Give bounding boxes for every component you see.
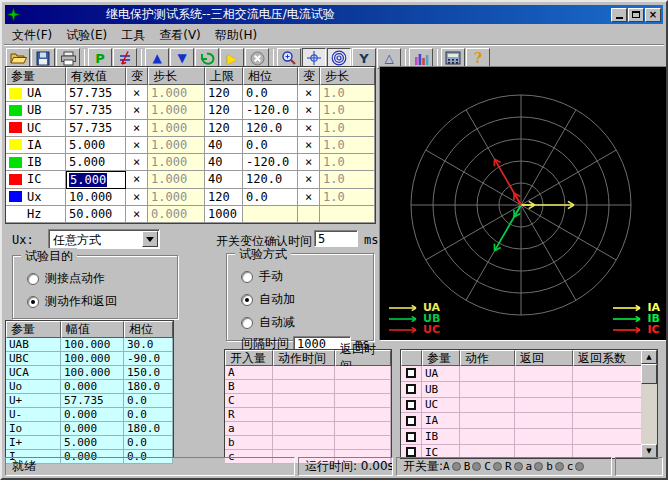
scroll-thumb[interactable]: [641, 364, 657, 384]
cell-Hz-value[interactable]: 50.000: [66, 206, 126, 223]
cell-IA-value[interactable]: 5.000: [66, 137, 126, 154]
cell-Ux-limit[interactable]: 120: [205, 189, 243, 206]
derived-param-Io: Io: [6, 422, 61, 436]
cell-IA-phase[interactable]: 0.0: [243, 137, 298, 154]
checkbox-IC[interactable]: [406, 447, 416, 457]
ux-mode-select[interactable]: 任意方式: [48, 229, 160, 249]
cell-UC-vary2[interactable]: ×: [298, 120, 320, 137]
cell-UA-vary2[interactable]: ×: [298, 85, 320, 102]
minimize-button[interactable]: [611, 8, 627, 22]
maximize-button[interactable]: [628, 8, 644, 22]
menu-item-test[interactable]: 试验(E): [60, 26, 115, 43]
ux-dropdown-button[interactable]: [142, 231, 158, 247]
test-purpose-option-action-and-return[interactable]: 测动作和返回: [27, 293, 177, 310]
param-cell-Hz: Hz: [6, 206, 66, 223]
result-checkbox-cell-IB[interactable]: [401, 429, 422, 445]
scroll-down-button[interactable]: ▼: [641, 444, 657, 458]
cell-Hz-vary1[interactable]: ×: [126, 206, 148, 223]
scroll-up-button[interactable]: ▲: [641, 350, 657, 364]
result-checkbox-cell-UC[interactable]: [401, 398, 422, 414]
cell-Hz-phase[interactable]: [243, 206, 298, 223]
checkbox-IA[interactable]: [406, 416, 416, 426]
close-button[interactable]: ×: [645, 8, 661, 22]
radio-manual[interactable]: [241, 271, 253, 283]
checkbox-UB[interactable]: [406, 384, 416, 394]
cell-Ux-phase[interactable]: 0.0: [243, 189, 298, 206]
menu-item-view[interactable]: 查看(V): [153, 26, 209, 43]
cell-IA-limit[interactable]: 40: [205, 137, 243, 154]
cell-UA-step1[interactable]: 1.000: [148, 85, 205, 102]
cell-UC-vary1[interactable]: ×: [126, 120, 148, 137]
result-param-UB: UB: [422, 382, 460, 398]
cell-UB-value[interactable]: 57.735: [66, 102, 126, 119]
cell-IB-vary2[interactable]: ×: [298, 154, 320, 171]
cell-Ux-vary2[interactable]: ×: [298, 189, 320, 206]
cell-UA-step2[interactable]: 1.0: [320, 85, 375, 102]
cell-IA-vary2[interactable]: ×: [298, 137, 320, 154]
cell-UA-phase[interactable]: 0.0: [243, 85, 298, 102]
cell-UC-step1[interactable]: 1.000: [148, 120, 205, 137]
cell-IC-value[interactable]: 5.000: [66, 171, 126, 188]
cell-IA-step1[interactable]: 1.000: [148, 137, 205, 154]
cell-Hz-step1[interactable]: 0.000: [148, 206, 205, 223]
cell-IB-limit[interactable]: 40: [205, 154, 243, 171]
cell-IC-vary1[interactable]: ×: [126, 171, 148, 188]
switch-name-B: B: [464, 460, 471, 473]
cell-Hz-limit[interactable]: 1000: [205, 206, 243, 223]
result-checkbox-cell-UB[interactable]: [401, 382, 422, 398]
cell-UC-step2[interactable]: 1.0: [320, 120, 375, 137]
result-return-IB: [515, 429, 573, 445]
cell-UB-vary2[interactable]: ×: [298, 102, 320, 119]
cell-Ux-value[interactable]: 10.000: [66, 189, 126, 206]
cell-UA-value[interactable]: 57.735: [66, 85, 126, 102]
cell-IB-vary1[interactable]: ×: [126, 154, 148, 171]
test-mode-option-auto-increase[interactable]: 自动加: [241, 291, 373, 308]
result-checkbox-cell-IA[interactable]: [401, 413, 422, 429]
cell-IC-phase[interactable]: 120.0: [243, 171, 298, 188]
cell-UC-value[interactable]: 57.735: [66, 120, 126, 137]
cell-IC-step1[interactable]: 1.000: [148, 171, 205, 188]
cell-IA-vary1[interactable]: ×: [126, 137, 148, 154]
test-mode-option-manual[interactable]: 手动: [241, 268, 373, 285]
legend-arrow-icon: [388, 325, 420, 335]
menu-item-help[interactable]: 帮助(H): [209, 26, 265, 43]
cell-UA-limit[interactable]: 120: [205, 85, 243, 102]
cell-Ux-step2[interactable]: 1.0: [320, 189, 375, 206]
test-mode-option-auto-decrease[interactable]: 自动减: [241, 314, 373, 331]
result-scrollbar[interactable]: ▲ ▼: [641, 350, 657, 458]
cell-IC-vary2[interactable]: ×: [298, 171, 320, 188]
menu-item-file[interactable]: 文件(F): [6, 26, 60, 43]
cell-Ux-vary1[interactable]: ×: [126, 189, 148, 206]
radio-contact-action[interactable]: [27, 273, 39, 285]
result-ratio-IB: [573, 429, 643, 445]
cell-IA-step2[interactable]: 1.0: [320, 137, 375, 154]
cell-UC-phase[interactable]: 120.0: [243, 120, 298, 137]
test-purpose-option-contact-action[interactable]: 测接点动作: [27, 270, 177, 287]
radio-auto-decrease[interactable]: [241, 317, 253, 329]
cell-UB-limit[interactable]: 120: [205, 102, 243, 119]
checkbox-UA[interactable]: [406, 368, 416, 378]
radio-auto-increase[interactable]: [241, 294, 253, 306]
cell-IB-phase[interactable]: -120.0: [243, 154, 298, 171]
cell-IB-step2[interactable]: 1.0: [320, 154, 375, 171]
checkbox-IB[interactable]: [406, 432, 416, 442]
cell-Hz-vary2[interactable]: [298, 206, 320, 223]
radio-action-and-return[interactable]: [27, 296, 39, 308]
cell-UB-vary1[interactable]: ×: [126, 102, 148, 119]
cell-UB-step1[interactable]: 1.000: [148, 102, 205, 119]
menu-item-tools[interactable]: 工具: [115, 26, 153, 43]
cell-UC-limit[interactable]: 120: [205, 120, 243, 137]
cell-IB-value[interactable]: 5.000: [66, 154, 126, 171]
cell-IC-step2[interactable]: 1.0: [320, 171, 375, 188]
cell-IC-limit[interactable]: 40: [205, 171, 243, 188]
cell-IB-step1[interactable]: 1.000: [148, 154, 205, 171]
input-return-time-R: [335, 408, 391, 422]
cell-Hz-step2[interactable]: [320, 206, 375, 223]
cell-Ux-step1[interactable]: 1.000: [148, 189, 205, 206]
cell-UB-phase[interactable]: -120.0: [243, 102, 298, 119]
checkbox-UC[interactable]: [406, 400, 416, 410]
cell-UA-vary1[interactable]: ×: [126, 85, 148, 102]
cell-UB-step2[interactable]: 1.0: [320, 102, 375, 119]
result-checkbox-cell-UA[interactable]: [401, 366, 422, 382]
confirm-time-input[interactable]: [314, 230, 358, 247]
